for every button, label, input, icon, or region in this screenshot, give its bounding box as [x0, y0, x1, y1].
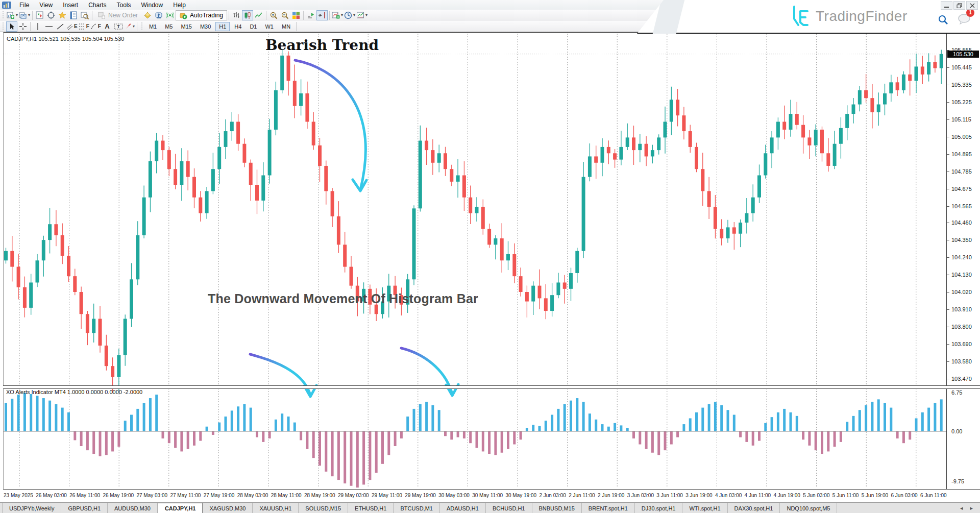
line-chart-button[interactable] — [253, 10, 264, 20]
strategy-tester-button[interactable] — [79, 10, 90, 20]
publish-button[interactable] — [153, 10, 164, 20]
price-axis-label: 104.240 — [951, 254, 972, 260]
indicator-scale-top: 6.75 — [951, 389, 962, 396]
text-tool-button[interactable]: A — [102, 21, 113, 32]
tab-ndq100-spot-m5[interactable]: NDQ100.spot,M5 — [780, 503, 837, 513]
candle-body — [412, 208, 416, 279]
timeframe-m5[interactable]: M5 — [161, 22, 176, 31]
tab-usdjpyb-weekly[interactable]: USDJPYb,Weekly — [2, 503, 61, 513]
chevron-down-icon[interactable]: ▾ — [353, 13, 355, 17]
vertical-line-tool-button[interactable] — [32, 21, 43, 32]
horizontal-line-tool-button[interactable] — [43, 21, 55, 32]
tile-windows-button[interactable] — [290, 10, 302, 20]
expert-advisors-button[interactable] — [142, 10, 153, 20]
periods-button[interactable]: ▾ — [344, 10, 356, 20]
search-icon[interactable] — [938, 15, 948, 25]
toolbar-grip[interactable] — [2, 22, 5, 31]
menu-insert[interactable]: Insert — [58, 1, 83, 10]
restore-button[interactable] — [953, 1, 965, 10]
chart-shift-button[interactable] — [316, 10, 328, 20]
autotrading-button[interactable]: AutoTrading — [176, 10, 227, 20]
tab-ethusd-h1[interactable]: ETHUSD,H1 — [348, 503, 394, 513]
tab-xagusd-m30[interactable]: XAGUSD,M30 — [203, 503, 253, 513]
tab-audusd-m30[interactable]: AUDUSD,M30 — [108, 503, 158, 513]
tab-bchusd-h1[interactable]: BCHUSD,H1 — [486, 503, 532, 513]
menu-window[interactable]: Window — [136, 1, 168, 10]
signals-button[interactable] — [164, 10, 176, 20]
menu-file[interactable]: File — [14, 1, 34, 10]
crosshair-tool-button[interactable] — [17, 21, 29, 32]
toolbar-grip[interactable] — [2, 11, 5, 19]
candle-body — [569, 273, 573, 289]
text-label-tool-button[interactable]: T — [113, 21, 124, 32]
chevron-down-icon[interactable]: ▾ — [133, 25, 135, 29]
candle-chart-button[interactable] — [242, 10, 253, 20]
timeframe-w1[interactable]: W1 — [261, 22, 277, 31]
toolbar-separator — [137, 22, 137, 31]
cursor-tool-button[interactable] — [6, 21, 17, 32]
equidistant-channel-tool-button[interactable]: E — [66, 21, 78, 32]
tab-scroll-left-icon[interactable]: ◂ — [960, 505, 963, 511]
bar-chart-button[interactable] — [231, 10, 242, 20]
zoom-out-button[interactable] — [279, 10, 290, 20]
toolbar-grip[interactable] — [140, 22, 143, 31]
new-chart-button[interactable]: ▾ — [6, 10, 18, 20]
tab-bnbusd-m15[interactable]: BNBUSD,M15 — [532, 503, 582, 513]
tab-scroll-right-icon[interactable]: ▸ — [970, 505, 973, 511]
tab-brent-spot-h1[interactable]: BRENT.spot,H1 — [582, 503, 635, 513]
candle-body — [324, 166, 328, 191]
tab-xauusd-h1[interactable]: XAUUSD,H1 — [253, 503, 299, 513]
menu-charts[interactable]: Charts — [83, 1, 111, 10]
histogram-bar — [664, 431, 667, 450]
timeframe-m15[interactable]: M15 — [177, 22, 195, 31]
time-axis[interactable]: 23 May 202526 May 03:0026 May 11:0026 Ma… — [4, 491, 947, 499]
new-order-button[interactable]: New Order — [94, 10, 142, 20]
menu-help[interactable]: Help — [168, 1, 191, 10]
timeframe-h1[interactable]: H1 — [215, 22, 230, 31]
menu-view[interactable]: View — [34, 1, 58, 10]
fibonacci-retracement-tool-button[interactable]: F — [78, 21, 90, 32]
tab-cadjpy-h1[interactable]: CADJPY,H1 — [158, 503, 203, 513]
indicators-button[interactable]: ▾ — [331, 10, 344, 20]
timeframe-mn[interactable]: MN — [278, 22, 294, 31]
price-chart-canvas[interactable] — [4, 33, 946, 489]
candle-body — [594, 156, 598, 162]
templates-button[interactable]: ▾ — [356, 10, 368, 20]
chevron-down-icon[interactable]: ▾ — [341, 13, 343, 17]
trendline-tool-button[interactable] — [55, 21, 66, 32]
zoom-in-button[interactable] — [268, 10, 279, 20]
favorites-button[interactable] — [57, 10, 68, 20]
tab-adausd-h1[interactable]: ADAUSD,H1 — [440, 503, 486, 513]
timeframe-h4[interactable]: H4 — [231, 22, 245, 31]
candle-body — [444, 153, 447, 169]
navigator-button[interactable] — [45, 10, 57, 20]
tab-dax30-spot-h1[interactable]: DAX30.spot,H1 — [728, 503, 780, 513]
chat-widget[interactable]: 1 — [958, 13, 971, 27]
arrow-objects-button[interactable]: ▾ — [124, 21, 135, 32]
data-window-button[interactable] — [68, 10, 79, 20]
close-button[interactable] — [966, 1, 978, 10]
price-axis-label: 105.115 — [951, 116, 971, 123]
tab-solusd-m15[interactable]: SOLUSD,M15 — [299, 503, 348, 513]
candle-body — [419, 141, 422, 209]
tab-btcusd-m1[interactable]: BTCUSD,M1 — [394, 503, 440, 513]
auto-scroll-button[interactable] — [305, 10, 316, 20]
chevron-down-icon[interactable]: ▾ — [16, 13, 18, 17]
chevron-down-icon[interactable]: ▾ — [365, 13, 368, 17]
tab-gbpusd-h1[interactable]: GBPUSD,H1 — [61, 503, 108, 513]
timeframe-d1[interactable]: D1 — [246, 22, 260, 31]
tab-dj30-spot-h1[interactable]: DJ30.spot,H1 — [635, 503, 683, 513]
fibonacci-channel-tool-button[interactable]: F — [90, 21, 102, 32]
timeframe-m30[interactable]: M30 — [197, 22, 214, 31]
chart-profiles-button[interactable]: ▾ — [18, 10, 31, 20]
tab-wti-spot-h1[interactable]: WTI.spot,H1 — [682, 503, 727, 513]
histogram-bar — [86, 431, 89, 450]
chevron-down-icon[interactable]: ▾ — [28, 13, 30, 17]
timeframe-m1[interactable]: M1 — [145, 22, 160, 31]
window-splitter[interactable] — [3, 385, 980, 389]
minimize-button[interactable] — [941, 1, 952, 10]
menu-tools[interactable]: Tools — [112, 1, 136, 10]
price-axis[interactable]: 105.530 6.75 0.00 -9.75 105.555105.44510… — [946, 32, 980, 490]
market-watch-button[interactable] — [34, 10, 45, 20]
candle-body — [575, 251, 579, 273]
